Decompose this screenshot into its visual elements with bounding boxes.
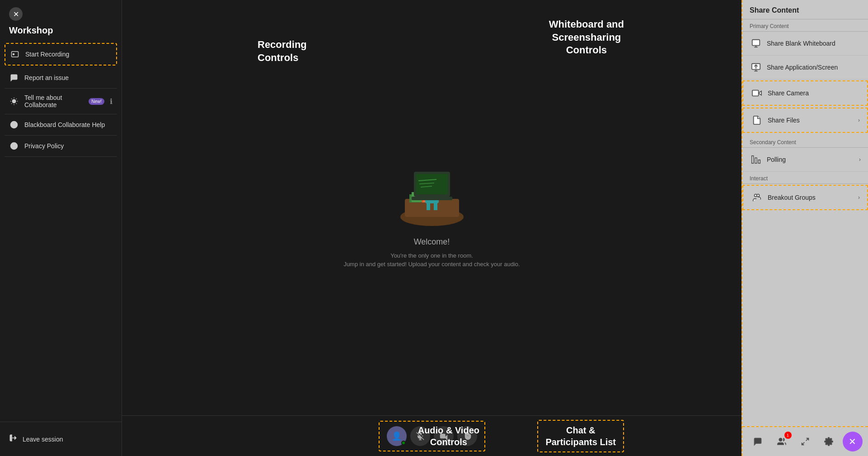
leave-session-button[interactable]: Leave session bbox=[5, 429, 117, 449]
share-camera-item[interactable]: Share Camera bbox=[742, 80, 868, 106]
breakout-arrow: › bbox=[858, 194, 860, 201]
bb-help-label: Blackboard Collaborate Help bbox=[24, 121, 113, 128]
bottom-bar: 👤 Audio & VideoControls Chat &Pa bbox=[122, 415, 741, 456]
share-camera-label: Share Camera bbox=[768, 89, 860, 97]
svg-line-9 bbox=[11, 103, 12, 104]
svg-rect-37 bbox=[752, 40, 760, 46]
share-files-label: Share Files bbox=[768, 117, 854, 124]
share-files-item[interactable]: Share Files › bbox=[742, 108, 868, 133]
sidebar-item-privacy[interactable]: Privacy Policy bbox=[5, 136, 117, 157]
welcome-title: Welcome! bbox=[414, 237, 450, 247]
sidebar-item-report-issue[interactable]: Report an issue bbox=[5, 67, 117, 89]
camera-icon bbox=[751, 87, 763, 99]
question-icon bbox=[9, 120, 19, 130]
polling-icon bbox=[750, 153, 762, 166]
svg-line-10 bbox=[16, 99, 17, 99]
share-toolbar-button[interactable] bbox=[795, 432, 815, 451]
breakout-icon bbox=[751, 191, 763, 204]
svg-rect-25 bbox=[434, 201, 437, 210]
svg-rect-24 bbox=[427, 201, 430, 210]
sidebar-item-start-recording[interactable]: Start Recording bbox=[5, 43, 117, 66]
participants-badge: 1 bbox=[784, 432, 792, 439]
share-application-label: Share Application/Screen bbox=[767, 64, 861, 71]
svg-line-5 bbox=[11, 99, 12, 99]
close-panel-button[interactable]: ✕ bbox=[843, 432, 863, 451]
new-badge: New! bbox=[89, 98, 104, 105]
sidebar-title: Workshop bbox=[0, 25, 122, 43]
svg-point-49 bbox=[757, 194, 760, 197]
record-icon bbox=[10, 49, 20, 59]
whiteboard-icon bbox=[750, 37, 762, 50]
leave-session-label: Leave session bbox=[23, 436, 63, 443]
info-circle-icon[interactable]: ℹ bbox=[110, 97, 113, 106]
tell-collaborate-label: Tell me about Collaborate bbox=[24, 94, 80, 108]
avatar-button[interactable]: 👤 bbox=[387, 426, 407, 446]
info-icon bbox=[9, 141, 19, 151]
sidebar-header: ✕ bbox=[0, 0, 122, 25]
online-indicator bbox=[401, 441, 406, 445]
comment-icon bbox=[9, 73, 19, 83]
svg-rect-46 bbox=[755, 158, 757, 163]
svg-line-6 bbox=[16, 103, 17, 104]
chat-participants-label: Chat &Participants List bbox=[537, 420, 624, 452]
left-sidebar: ✕ Workshop Start Recording Report an iss… bbox=[0, 0, 122, 456]
sidebar-item-tell-collaborate[interactable]: Tell me about Collaborate New! ℹ bbox=[5, 89, 117, 114]
sidebar-menu: Start Recording Report an issue Tell me … bbox=[0, 43, 122, 422]
share-blank-whiteboard-item[interactable]: Share Blank Whiteboard bbox=[742, 32, 868, 56]
share-files-arrow: › bbox=[858, 117, 860, 123]
share-content-title: Share Content bbox=[750, 6, 861, 14]
participants-toolbar-button[interactable]: 1 bbox=[772, 432, 792, 451]
svg-rect-44 bbox=[752, 90, 759, 96]
recording-controls-label: RecordingControls bbox=[258, 38, 307, 64]
secondary-content-label: Secondary Content bbox=[742, 136, 868, 148]
center-area: Welcome! You're the only one in the room… bbox=[122, 0, 741, 415]
interact-label: Interact bbox=[742, 172, 868, 184]
primary-content-label: Primary Content bbox=[742, 19, 868, 32]
sidebar-footer: Leave session bbox=[0, 422, 122, 456]
breakout-groups-label: Breakout Groups bbox=[768, 194, 854, 201]
share-application-item[interactable]: Share Application/Screen bbox=[742, 56, 868, 80]
whiteboard-controls-label: Whiteboard andScreensharingControls bbox=[549, 18, 624, 57]
svg-rect-45 bbox=[752, 156, 754, 164]
privacy-label: Privacy Policy bbox=[24, 142, 113, 150]
right-panel-toolbar: 1 ✕ bbox=[742, 426, 868, 456]
lightbulb-icon bbox=[9, 96, 19, 106]
leave-icon bbox=[9, 434, 17, 444]
svg-point-2 bbox=[12, 99, 16, 103]
report-issue-label: Report an issue bbox=[24, 74, 113, 81]
svg-point-1 bbox=[13, 53, 15, 56]
right-panel-header: Share Content bbox=[742, 0, 868, 19]
sidebar-close-button[interactable]: ✕ bbox=[9, 7, 23, 21]
sidebar-item-bb-help[interactable]: Blackboard Collaborate Help bbox=[5, 114, 117, 136]
svg-rect-47 bbox=[759, 160, 760, 163]
polling-arrow: › bbox=[859, 156, 861, 163]
main-content: RecordingControls Whiteboard andScreensh… bbox=[122, 0, 741, 456]
polling-label: Polling bbox=[767, 156, 854, 163]
start-recording-label: Start Recording bbox=[25, 51, 112, 58]
chat-toolbar-button[interactable] bbox=[748, 432, 768, 451]
classroom-illustration bbox=[387, 147, 477, 228]
right-panel: Share Content Primary Content Share Blan… bbox=[741, 0, 868, 456]
files-icon bbox=[751, 114, 763, 127]
polling-item[interactable]: Polling › bbox=[742, 148, 868, 172]
svg-rect-31 bbox=[412, 197, 452, 200]
breakout-groups-item[interactable]: Breakout Groups › bbox=[742, 185, 868, 210]
settings-toolbar-button[interactable] bbox=[819, 432, 839, 451]
svg-point-50 bbox=[779, 438, 782, 442]
screen-share-icon bbox=[750, 61, 762, 74]
av-label: Audio & VideoControls bbox=[418, 424, 479, 448]
welcome-subtitle: You're the only one in the room.Jump in … bbox=[343, 251, 520, 269]
share-blank-whiteboard-label: Share Blank Whiteboard bbox=[767, 40, 861, 47]
